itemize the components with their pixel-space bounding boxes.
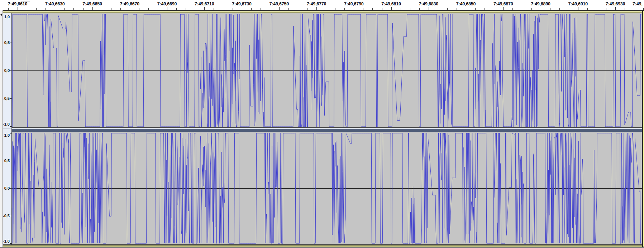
waveform-plot-channel-1 [12, 13, 642, 127]
timeline-tick [64, 8, 65, 10]
timeline-tick [158, 8, 158, 10]
vertical-ruler-tick [10, 243, 11, 244]
timeline-tick [512, 8, 513, 10]
timeline-tick [130, 7, 130, 10]
separator-bottom-line [12, 132, 642, 132]
vertical-ruler-label: -1,0 [3, 122, 10, 126]
timeline-label: 7:49,6830 [419, 1, 439, 6]
timeline-tick [485, 8, 485, 10]
timeline-tick [531, 8, 532, 10]
timeline-tick [503, 7, 504, 10]
audio-track: 1,00,50,0-0,5-1,01,00,50,0-0,5-1,0 [3, 10, 644, 247]
cropped-toolbar-fragment [21, 0, 30, 1]
timeline-label: 7:49,6610 [8, 1, 28, 6]
timeline-tick [46, 8, 46, 10]
timeline-tick [8, 8, 9, 10]
timeline-tick [139, 8, 139, 10]
timeline-tick [372, 8, 373, 10]
timeline-tick [73, 8, 74, 10]
timeline-tick [447, 8, 448, 10]
timeline-tick [344, 8, 345, 10]
vertical-ruler-label: 1,0 [4, 133, 10, 137]
waveform-plot-channel-2 [12, 132, 642, 244]
timeline-tick [261, 8, 261, 10]
timeline-tick [494, 8, 494, 10]
vertical-ruler-label: -0,5 [3, 214, 10, 218]
vertical-ruler-tick [10, 161, 11, 161]
timeline-label: 7:49,6890 [531, 1, 550, 6]
timeline-label: 7:49,6770 [307, 1, 326, 6]
timeline-tick [475, 8, 476, 10]
collapse-arrow-icon [0, 13, 2, 16]
vertical-ruler-label: 0,0 [4, 186, 10, 190]
vertical-ruler-label: -1,0 [3, 239, 10, 243]
timeline-tick [83, 8, 84, 10]
timeline-ruler[interactable]: 7:49,66107:49,66307:49,66507:49,66707:49… [0, 0, 644, 10]
channel-separator-handle[interactable] [12, 127, 642, 132]
timeline-label: 7:49,6850 [456, 1, 476, 6]
timeline-tick [102, 8, 102, 10]
timeline-tick [643, 8, 644, 10]
timeline-tick [214, 8, 214, 10]
timeline-tick [634, 8, 634, 10]
timeline-tick [307, 8, 307, 10]
timeline-tick [167, 7, 167, 10]
timeline-tick [279, 7, 280, 10]
timeline-tick [429, 7, 429, 10]
timeline-tick [251, 8, 252, 10]
timeline-tick [316, 7, 317, 10]
track-panel-edge[interactable] [0, 10, 3, 247]
timeline-label: 7:49,6750 [269, 1, 289, 6]
audio-editor-screen: 7:49,66107:49,66307:49,66507:49,66707:49… [0, 0, 644, 248]
timeline-tick [438, 8, 438, 10]
timeline-tick [288, 8, 289, 10]
timeline-tick [92, 7, 93, 10]
timeline-tick [550, 8, 550, 10]
separator-bar [12, 129, 642, 132]
timeline-tick [615, 7, 616, 10]
timeline-tick [391, 7, 392, 10]
timeline-tick [354, 7, 354, 10]
waveform-channel-1[interactable] [12, 13, 642, 127]
timeline-label: 7:49,6930 [606, 1, 625, 6]
timeline-tick [587, 8, 588, 10]
vertical-ruler-tick [10, 43, 11, 43]
timeline-tick [466, 7, 466, 10]
timeline-tick [578, 7, 578, 10]
timeline-tick [541, 7, 541, 10]
timeline-label: 7:49, [633, 1, 643, 6]
timeline-tick [522, 8, 522, 10]
vertical-ruler-label: 0,5 [4, 159, 10, 162]
vertical-ruler-tick [10, 133, 11, 133]
vertical-ruler[interactable]: 1,00,50,0-0,5-1,01,00,50,0-0,5-1,0 [3, 13, 12, 244]
timeline-tick [242, 7, 242, 10]
timeline-tick [223, 8, 223, 10]
timeline-tick [597, 8, 597, 10]
timeline-label: 7:49,6870 [493, 1, 513, 6]
timeline-label: 7:49,6810 [381, 1, 401, 6]
timeline-tick [401, 8, 401, 10]
vertical-ruler-tick [10, 98, 11, 99]
timeline-tick [204, 7, 205, 10]
vertical-ruler-tick [10, 216, 11, 216]
separator-ruler-line [3, 128, 12, 128]
timeline-tick [298, 8, 298, 10]
timeline-tick [148, 8, 149, 10]
timeline-tick [195, 8, 195, 10]
timeline-tick [176, 8, 177, 10]
vertical-ruler-tick [10, 15, 11, 15]
timeline-tick [410, 8, 410, 10]
timeline-tick [606, 8, 606, 10]
timeline-label: 7:49,6710 [195, 1, 214, 6]
timeline-label: 7:49,6790 [344, 1, 364, 6]
timeline-tick [18, 7, 18, 10]
timeline-tick [186, 8, 186, 10]
timeline-label: 7:49,6690 [157, 1, 177, 6]
timeline-tick [27, 8, 27, 10]
timeline-label: 7:49,6630 [45, 1, 65, 6]
timeline-tick [120, 8, 121, 10]
timeline-label: 7:49,6910 [568, 1, 588, 6]
vertical-ruler-tick [10, 126, 11, 127]
vertical-ruler-label: 0,5 [4, 41, 10, 44]
waveform-channel-2[interactable] [12, 132, 642, 244]
